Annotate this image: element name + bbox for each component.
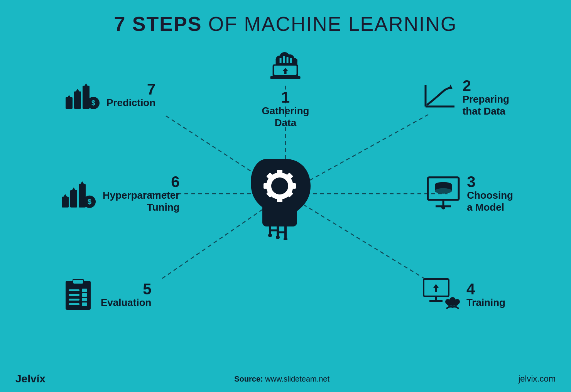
choosing-model-icon [426,176,461,210]
step-1-text: 1 GatheringData [262,90,309,129]
svg-point-81 [268,233,272,237]
step-4-text: 4 Training [466,281,505,309]
svg-point-30 [441,206,445,210]
svg-marker-34 [433,284,439,292]
step-2: 2 Preparingthat Data [422,78,509,117]
step-2-number: 2 [463,78,509,93]
footer-source: Source: www.slideteam.net [234,375,329,384]
step-1: 1 GatheringData [262,47,309,129]
svg-rect-47 [69,303,79,305]
svg-rect-9 [270,76,301,79]
footer-brand: Jelvíx [15,373,46,385]
step-1-icon [268,47,303,83]
svg-rect-46 [69,299,79,301]
step-7-number: 7 [147,81,155,97]
svg-rect-50 [82,298,87,301]
title-bold: 7 STEPS [114,13,202,35]
step-2-text: 2 Preparingthat Data [463,78,509,117]
step-5-label: Evaluation [101,297,151,309]
svg-rect-16 [280,58,282,63]
training-icon [422,277,460,312]
svg-rect-43 [73,280,83,284]
step-5-icon [62,277,95,313]
svg-marker-59 [80,181,84,184]
footer-url: jelvix.com [518,374,556,384]
diagram-area: 1 GatheringData 2 Preparingtha [54,43,517,344]
page-wrapper: 7 STEPS OF MACHINE LEARNING [0,0,571,392]
step-6-label: HyperparameterTuning [103,189,179,213]
svg-rect-18 [287,57,289,63]
step-6-number: 6 [171,174,179,189]
svg-marker-57 [63,194,67,197]
step-3: 3 Choosinga Model [426,174,513,213]
brain-center-icon [243,147,328,240]
footer: Jelvíx Source: www.slideteam.net jelvix.… [0,373,571,385]
step-7: 7 Prediction $ [62,78,155,112]
svg-rect-48 [82,289,87,292]
svg-rect-53 [70,190,77,208]
evaluation-icon [62,277,95,312]
step-5-number: 5 [143,281,151,297]
brand-je: Je [15,373,27,385]
step-6-icon: $ [58,176,96,212]
svg-point-69 [271,177,288,194]
svg-rect-72 [264,183,269,189]
svg-text:$: $ [91,99,95,107]
svg-rect-19 [290,58,292,63]
svg-point-40 [454,299,460,304]
step-6-text: 6 HyperparameterTuning [103,174,179,213]
svg-marker-66 [76,89,79,92]
hyperparameter-icon: $ [58,176,96,210]
step-3-icon [426,176,461,212]
source-label: Source: [234,375,263,383]
svg-rect-49 [82,293,87,297]
step-2-label: Preparingthat Data [463,93,509,117]
svg-text:$: $ [88,198,91,206]
step-3-label: Choosinga Model [467,189,513,213]
svg-rect-45 [69,294,79,296]
step-4-label: Training [466,297,505,309]
prediction-icon: $ [62,78,100,111]
step-5-text: 5 Evaluation [101,281,151,309]
svg-point-83 [284,237,287,240]
svg-rect-52 [62,197,69,208]
title-normal: OF MACHINE LEARNING [202,13,457,35]
step-7-label: Prediction [106,97,155,109]
step-7-text: 7 Prediction [106,81,155,109]
step-4-number: 4 [466,281,505,297]
step-1-number: 1 [281,90,290,105]
step-4-icon [422,277,460,313]
svg-rect-71 [277,197,282,202]
svg-point-82 [276,235,280,239]
svg-marker-67 [84,83,88,86]
preparing-data-icon [422,81,456,112]
page-title: 7 STEPS OF MACHINE LEARNING [114,12,457,35]
svg-rect-60 [66,97,73,109]
svg-rect-70 [277,170,282,175]
svg-marker-65 [67,95,71,98]
step-7-icon: $ [62,78,100,112]
svg-marker-58 [72,188,76,191]
svg-rect-51 [82,302,87,306]
step-1-label: GatheringData [262,105,309,129]
step-3-number: 3 [467,174,513,189]
svg-point-27 [435,188,452,194]
svg-rect-73 [291,183,296,189]
svg-rect-61 [74,91,81,109]
brand-ix: íx [37,373,46,385]
step-3-text: 3 Choosinga Model [467,174,513,213]
svg-rect-44 [69,289,79,291]
step-2-icon [422,81,456,114]
brand-lv: lv [27,373,36,385]
svg-rect-17 [283,56,285,63]
step-5: 5 Evaluation [62,277,151,313]
step-6: 6 HyperparameterTuning $ [58,174,179,213]
gathering-data-icon [268,47,303,82]
ai-brain-svg [243,147,328,240]
step-4: 4 Training [422,277,505,313]
source-url-text: www.slideteam.net [265,375,329,383]
svg-point-39 [445,299,451,304]
